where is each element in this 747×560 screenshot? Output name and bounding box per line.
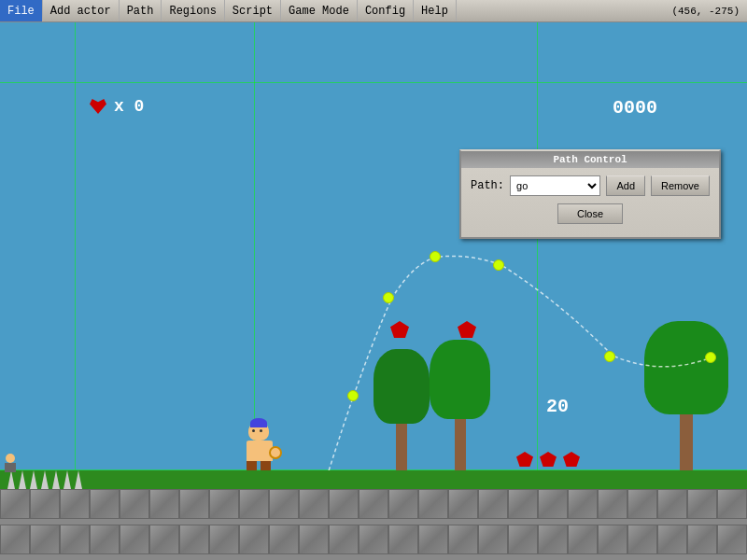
stone-tile <box>90 525 120 554</box>
stone-tile <box>0 489 30 519</box>
stone-tile <box>627 489 657 519</box>
tree-2-trunk <box>455 419 466 470</box>
hud-lives: x 0 <box>90 97 144 116</box>
small-figure-body <box>5 463 16 472</box>
char-hair <box>250 418 267 427</box>
char-leg-right <box>261 461 271 470</box>
stone-tile <box>299 525 329 554</box>
stone-tile <box>568 489 598 519</box>
stone-tile <box>179 489 209 519</box>
stone-tile <box>60 525 90 554</box>
path-dot-6[interactable] <box>604 351 615 362</box>
stone-tile <box>30 525 60 554</box>
path-dot-5[interactable] <box>493 259 504 271</box>
tree-3 <box>644 321 728 470</box>
char-leg-left <box>247 461 257 470</box>
stone-tile <box>299 489 329 519</box>
heart-icon <box>90 99 106 114</box>
stone-tile <box>329 489 359 519</box>
menu-file[interactable]: File <box>0 0 43 21</box>
stone-tile <box>657 489 687 519</box>
dialog-path-label: Path: <box>471 179 504 192</box>
stone-tile <box>717 489 747 519</box>
dialog-titlebar: Path Control <box>461 151 719 168</box>
stone-tile <box>568 525 598 554</box>
stone-tile <box>209 489 239 519</box>
spike-6 <box>63 470 71 489</box>
path-dot-3[interactable] <box>383 292 394 303</box>
tree-3-top <box>644 321 728 414</box>
stone-tile <box>687 489 717 519</box>
menu-path[interactable]: Path <box>120 0 162 21</box>
coords-display: (456, -275) <box>671 6 747 17</box>
menu-game-mode[interactable]: Game Mode <box>281 0 358 21</box>
menubar: File Add actor Path Regions Script Game … <box>0 0 747 22</box>
dialog-path-select[interactable]: go <box>510 175 600 196</box>
game-area: x 0 0000 20 <box>0 22 747 560</box>
dialog-body: Path: go Add Remove Close <box>461 168 719 237</box>
stone-tile <box>30 489 60 519</box>
stone-tile <box>0 525 30 554</box>
stone-tile <box>149 525 179 554</box>
lives-count: x 0 <box>114 97 144 116</box>
char-head <box>248 422 269 441</box>
tree-1-top <box>374 349 430 424</box>
dialog-remove-button[interactable]: Remove <box>651 175 710 196</box>
spike-5 <box>52 470 60 489</box>
stone-area <box>0 489 747 560</box>
stone-tile <box>269 525 299 554</box>
tree-3-trunk <box>680 414 693 470</box>
tree-1-trunk <box>396 424 407 470</box>
char-eye-left <box>252 429 255 432</box>
grid-line-h1 <box>0 82 747 83</box>
stone-tile <box>687 525 717 554</box>
spike-1 <box>7 470 15 489</box>
small-figure <box>4 454 17 472</box>
char-ball <box>269 446 282 459</box>
dialog-close-row: Close <box>471 203 710 230</box>
dialog-path-row: Path: go Add Remove <box>471 175 710 196</box>
path-dot-4[interactable] <box>430 251 441 262</box>
stone-tile <box>538 525 568 554</box>
stone-tile <box>598 489 627 519</box>
path-dot-7[interactable] <box>705 352 716 363</box>
spike-7 <box>75 470 82 489</box>
ground <box>0 470 747 560</box>
stone-tile <box>388 525 418 554</box>
spike-3 <box>30 470 37 489</box>
char-eye-right <box>260 429 262 432</box>
menu-help[interactable]: Help <box>414 0 457 21</box>
stone-tile <box>538 489 568 519</box>
stone-tile <box>359 525 388 554</box>
path-dot-2[interactable] <box>347 390 359 401</box>
stone-tile <box>418 525 448 554</box>
menu-script[interactable]: Script <box>225 0 281 21</box>
menu-regions[interactable]: Regions <box>162 0 224 21</box>
hud-points: 20 <box>546 396 569 417</box>
stone-tile <box>329 525 359 554</box>
stone-tile <box>478 489 508 519</box>
stone-tile <box>508 489 538 519</box>
stone-tile <box>478 525 508 554</box>
spike-4 <box>41 470 49 489</box>
stone-tile <box>269 489 299 519</box>
stone-tile <box>448 489 478 519</box>
dialog-add-button[interactable]: Add <box>606 175 645 196</box>
tree-1 <box>374 349 430 470</box>
stone-tile <box>627 525 657 554</box>
spike-2 <box>19 470 26 489</box>
dialog-close-button[interactable]: Close <box>557 203 623 224</box>
stone-tile <box>657 525 687 554</box>
stone-tile <box>598 525 627 554</box>
small-figure-head <box>6 454 15 463</box>
stone-tile <box>60 489 90 519</box>
stone-tile <box>90 489 120 519</box>
tree-2-top <box>430 340 490 419</box>
menu-config[interactable]: Config <box>358 0 414 21</box>
hud-score: 0000 <box>613 97 657 119</box>
menu-add-actor[interactable]: Add actor <box>43 0 120 21</box>
stone-tile <box>209 525 239 554</box>
stone-tile <box>717 525 747 554</box>
stone-tile <box>239 489 269 519</box>
stone-tile <box>179 525 209 554</box>
